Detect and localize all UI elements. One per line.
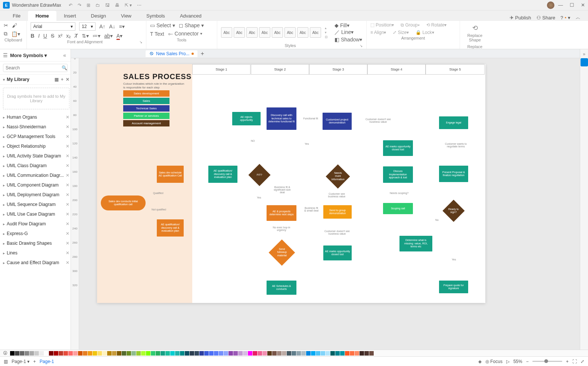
font-name-select[interactable]: Arial▾	[31, 22, 75, 31]
menu-tab-advanced[interactable]: Advanced	[172, 11, 209, 21]
lib-grid-icon[interactable]: ▦	[55, 77, 59, 82]
style-preset[interactable]: Abc	[310, 27, 321, 38]
node-group-demo[interactable]: Send to group demonstration	[323, 205, 352, 219]
menu-tab-view[interactable]: View	[113, 11, 139, 21]
color-swatch[interactable]	[68, 351, 73, 356]
node-prepare-quote[interactable]: Prepare quote for signature	[439, 281, 468, 293]
format-pane-tag[interactable]	[581, 58, 588, 66]
color-swatch[interactable]	[306, 351, 311, 356]
color-swatch[interactable]	[131, 351, 136, 356]
decrease-font-icon[interactable]: A↓	[109, 24, 115, 29]
expand-right-icon[interactable]: »	[583, 51, 585, 57]
color-swatch[interactable]	[258, 351, 262, 356]
category-close-icon[interactable]: ✕	[66, 115, 69, 120]
node-ae-qual-2[interactable]: AE qualification/ discovery call & evalu…	[157, 219, 184, 237]
maximize-icon[interactable]: ☐	[570, 2, 574, 8]
replace-shape-button[interactable]: ⟲ Replace Shape	[464, 22, 486, 44]
fill-button[interactable]: ◆ Fill▾	[335, 22, 362, 28]
color-swatch[interactable]	[316, 351, 320, 356]
category-close-icon[interactable]: ✕	[66, 134, 69, 139]
library-dropzone[interactable]: Drag symbols here to add to My Library	[3, 88, 69, 109]
color-swatch[interactable]	[156, 351, 160, 356]
group-button[interactable]: ⧉ Group▾	[401, 22, 420, 28]
page-name[interactable]: Page-1 ▾	[12, 359, 29, 364]
category-close-icon[interactable]: ✕	[66, 260, 69, 265]
style-preset[interactable]: Abc	[246, 27, 258, 38]
color-swatch[interactable]	[321, 351, 325, 356]
menu-tab-insert[interactable]: Insert	[56, 11, 84, 21]
color-swatch[interactable]	[369, 351, 374, 356]
color-swatch[interactable]	[219, 351, 223, 356]
color-swatch[interactable]	[73, 351, 78, 356]
category-close-icon[interactable]: ✕	[66, 182, 69, 188]
node-ready-sign[interactable]: Ready to sign?	[442, 200, 464, 222]
node-closed-lost-1[interactable]: AE marks opportunity closed lost	[383, 140, 413, 156]
color-swatch[interactable]	[282, 351, 286, 356]
align-button[interactable]: ≡ Align▾	[370, 30, 386, 35]
export-icon[interactable]: ⇱ ▾	[125, 3, 132, 8]
select-tool[interactable]: ▭ Select ▾	[150, 22, 175, 28]
page-link[interactable]: Page-1	[40, 359, 54, 364]
symbol-category[interactable]: ▸Human Organs✕	[0, 112, 72, 122]
category-close-icon[interactable]: ✕	[66, 212, 69, 217]
color-swatch[interactable]	[63, 351, 68, 356]
rotate-button[interactable]: ⟲ Rotate▾	[426, 22, 447, 28]
print-icon[interactable]: 🖶	[115, 3, 119, 8]
symbol-category[interactable]: ▸Audit Flow Diagram✕	[0, 219, 72, 229]
color-swatch[interactable]	[243, 351, 248, 356]
color-swatch[interactable]	[112, 351, 116, 356]
symbol-category[interactable]: ▸Object Relationship✕	[0, 141, 72, 151]
color-swatch[interactable]	[161, 351, 165, 356]
new-doc-tab[interactable]: +	[200, 50, 204, 57]
style-preset[interactable]: Abc	[234, 27, 245, 38]
new-icon[interactable]: ⊞	[87, 3, 90, 8]
shape-styles-gallery[interactable]: AbcAbcAbcAbcAbcAbcAbcAbc	[221, 27, 321, 38]
color-swatch[interactable]	[214, 351, 218, 356]
shadow-button[interactable]: ◧ Shadow▾	[335, 37, 362, 43]
style-preset[interactable]: Abc	[259, 27, 270, 38]
category-close-icon[interactable]: ✕	[66, 241, 69, 246]
symbol-category[interactable]: ▸UML Deployment Diagram✕	[0, 190, 72, 200]
text-tool[interactable]: T Text	[150, 31, 164, 37]
panel-collapse-icon[interactable]: «	[63, 52, 68, 58]
user-avatar[interactable]	[547, 1, 554, 9]
bold-icon[interactable]: B	[31, 33, 34, 39]
style-preset[interactable]: Abc	[272, 27, 283, 38]
category-close-icon[interactable]: ✕	[66, 153, 69, 159]
add-page-icon[interactable]: +	[33, 359, 36, 364]
color-swatch[interactable]	[292, 351, 296, 356]
category-close-icon[interactable]: ✕	[66, 124, 69, 129]
color-swatch[interactable]	[54, 351, 58, 356]
document-tab[interactable]: 🛇 New Sales Pro...	[146, 50, 197, 57]
color-swatch[interactable]	[29, 351, 34, 356]
line-spacing-icon[interactable]: ⇅▾	[82, 33, 89, 39]
color-swatch[interactable]	[238, 351, 243, 356]
color-swatch[interactable]	[102, 351, 107, 356]
color-swatch[interactable]	[185, 351, 189, 356]
lib-add-icon[interactable]: +	[61, 77, 63, 82]
symbol-category[interactable]: ▸Express-G✕	[0, 229, 72, 238]
help-button[interactable]: ?•▾	[560, 15, 570, 21]
line-button[interactable]: ／ Line▾	[335, 29, 362, 36]
node-scoping-call[interactable]: Scoping call	[383, 203, 413, 214]
font-size-select[interactable]: 12▾	[79, 22, 96, 31]
my-library-header[interactable]: ▾My Library ▦+✕	[0, 74, 72, 85]
color-swatch[interactable]	[345, 351, 349, 356]
symbol-category[interactable]: ▸UML Use Case Diagram✕	[0, 209, 72, 219]
category-close-icon[interactable]: ✕	[66, 173, 69, 178]
menu-tab-file[interactable]: File	[5, 11, 28, 21]
symbol-category[interactable]: ▸Basic Drawing Shapes✕	[0, 238, 72, 248]
node-engage-legal[interactable]: Engage legal	[439, 116, 468, 129]
color-swatch[interactable]	[122, 351, 126, 356]
node-schedule-ae[interactable]: Sales dev schedule AE qualification Call	[157, 166, 184, 183]
minimize-icon[interactable]: —	[558, 2, 563, 8]
font-color-icon[interactable]: A▾	[116, 33, 122, 39]
category-close-icon[interactable]: ✕	[66, 202, 69, 207]
color-swatch[interactable]	[10, 351, 15, 356]
panel-menu-icon[interactable]: ☰	[3, 52, 8, 58]
menu-tab-design[interactable]: Design	[84, 11, 113, 21]
color-swatch[interactable]	[330, 351, 335, 356]
color-swatch[interactable]	[93, 351, 97, 356]
color-swatch[interactable]	[165, 351, 170, 356]
color-swatch[interactable]	[97, 351, 102, 356]
